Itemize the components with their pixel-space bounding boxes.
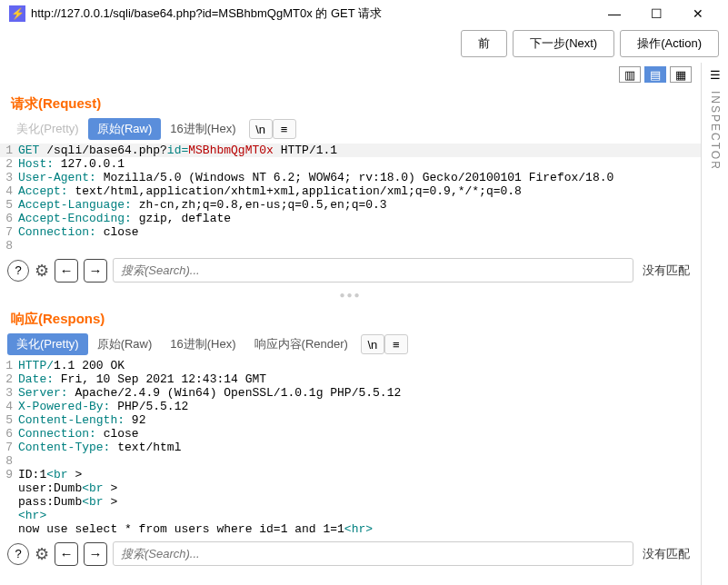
next-match-button[interactable]: → [84, 259, 107, 283]
layout-switcher: ▥ ▤ ▦ [0, 63, 701, 86]
close-button[interactable]: ✕ [677, 0, 719, 27]
maximize-button[interactable]: ☐ [635, 0, 677, 27]
prev-match-button[interactable]: ← [55, 542, 78, 566]
tab-raw[interactable]: 原始(Raw) [88, 118, 162, 140]
response-nomatch-label: 没有匹配 [639, 546, 693, 562]
gear-icon[interactable]: ⚙ [35, 544, 49, 564]
tab-raw[interactable]: 原始(Raw) [88, 333, 162, 355]
layout-vertical-icon[interactable]: ▤ [644, 66, 666, 83]
response-title: 响应(Respons) [0, 302, 701, 333]
inspector-label: INSPECTOR [709, 91, 722, 171]
layout-horizontal-icon[interactable]: ▥ [619, 66, 641, 83]
inspector-toggle-icon[interactable]: ☰ [710, 68, 721, 82]
minimize-button[interactable]: — [593, 0, 635, 27]
request-panel: 请求(Request) 美化(Pretty) 原始(Raw) 16进制(Hex)… [0, 86, 701, 288]
window-title: http://127.0.0.1/sqli/base64.php?id=MSBh… [31, 5, 593, 22]
panel-drag-handle[interactable]: ●●● [0, 288, 701, 302]
tab-hex[interactable]: 16进制(Hex) [161, 333, 244, 355]
request-nomatch-label: 没有匹配 [639, 263, 693, 279]
app-icon: ⚡ [9, 5, 25, 22]
action-button[interactable]: 操作(Action) [620, 30, 719, 57]
request-search-input[interactable] [113, 258, 633, 283]
tab-hex[interactable]: 16进制(Hex) [161, 118, 244, 140]
response-body[interactable]: 1HTTP/1.1 200 OK2Date: Fri, 10 Sep 2021 … [0, 359, 701, 536]
request-body[interactable]: 1GET /sqli/base64.php?id=MSBhbmQgMT0x HT… [0, 144, 701, 253]
request-footer: ? ⚙ ← → 没有匹配 [0, 253, 701, 288]
response-panel: 响应(Respons) 美化(Pretty) 原始(Raw) 16进制(Hex)… [0, 302, 701, 571]
prev-match-button[interactable]: ← [55, 259, 78, 283]
inspector-sidebar: ☰ INSPECTOR [701, 63, 728, 585]
newline-toggle[interactable]: \n [249, 119, 273, 139]
response-tabbar: 美化(Pretty) 原始(Raw) 16进制(Hex) 响应内容(Render… [0, 333, 701, 359]
response-search-input[interactable] [113, 541, 633, 566]
tab-pretty[interactable]: 美化(Pretty) [7, 118, 88, 140]
prev-button[interactable]: 前 [461, 30, 507, 57]
request-menu-button[interactable]: ≡ [273, 119, 296, 139]
request-title: 请求(Request) [0, 86, 701, 118]
response-footer: ? ⚙ ← → 没有匹配 [0, 536, 701, 571]
layout-combined-icon[interactable]: ▦ [670, 66, 692, 83]
next-match-button[interactable]: → [84, 542, 107, 566]
tab-pretty[interactable]: 美化(Pretty) [7, 333, 88, 355]
newline-toggle[interactable]: \n [361, 334, 384, 354]
help-icon[interactable]: ? [7, 543, 29, 565]
titlebar: ⚡ http://127.0.0.1/sqli/base64.php?id=MS… [0, 0, 728, 27]
request-tabbar: 美化(Pretty) 原始(Raw) 16进制(Hex) \n ≡ [0, 118, 701, 144]
top-toolbar: 前 下一步(Next) 操作(Action) [0, 27, 728, 63]
next-button[interactable]: 下一步(Next) [513, 30, 614, 57]
response-menu-button[interactable]: ≡ [384, 334, 408, 354]
help-icon[interactable]: ? [7, 260, 29, 282]
gear-icon[interactable]: ⚙ [35, 261, 49, 281]
tab-render[interactable]: 响应内容(Render) [245, 333, 357, 355]
